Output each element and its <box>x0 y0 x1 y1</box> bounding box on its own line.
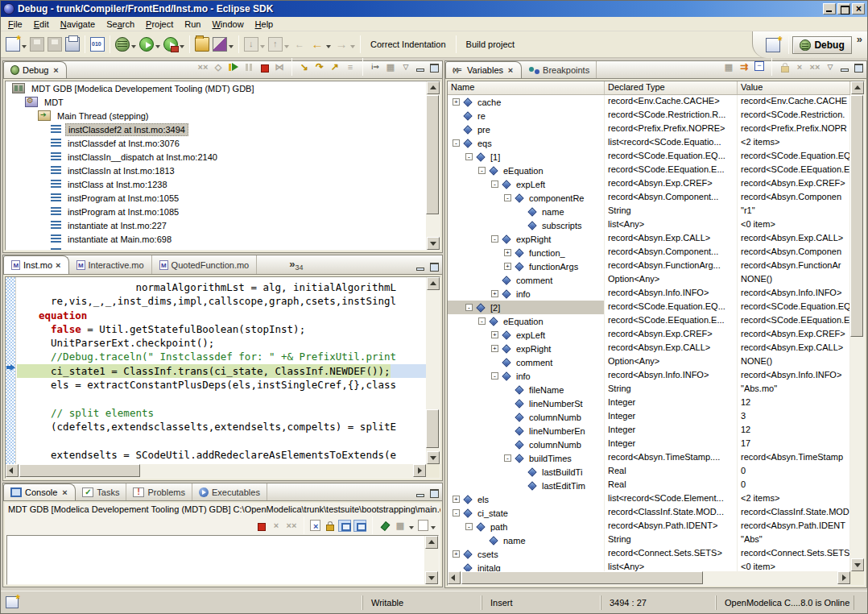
close-icon[interactable] <box>56 260 60 270</box>
back-dropdown-icon[interactable] <box>326 45 331 51</box>
restart-icon[interactable]: ◇ <box>212 61 225 73</box>
new-dropdown-icon[interactable] <box>22 45 27 51</box>
save-all-icon[interactable] <box>48 37 62 52</box>
tree-expander-icon[interactable]: + <box>453 550 460 558</box>
variables-vertical-scrollbar[interactable] <box>850 81 864 571</box>
column-header-name[interactable]: Name <box>448 81 605 94</box>
correct-indentation-button[interactable]: Correct Indentation <box>364 36 453 52</box>
editor-vertical-scrollbar[interactable] <box>426 277 440 464</box>
console-area-tab[interactable]: Executables <box>192 483 267 500</box>
close-icon[interactable] <box>52 65 60 75</box>
editor-gutter[interactable] <box>6 277 16 464</box>
open-perspective-icon[interactable] <box>766 38 780 52</box>
debug-tree-row[interactable]: instClassIn__dispatch at Inst.mo:2140 <box>6 150 426 164</box>
variable-row[interactable]: - [1] record<SCode.Equation.EQ... record… <box>448 150 850 164</box>
tab-debug[interactable]: Debug <box>3 61 67 78</box>
variable-row[interactable]: + functionArgs record<Absyn.FunctionArg.… <box>448 259 850 273</box>
use-step-filters-icon[interactable]: i⇒ <box>369 61 382 73</box>
build-project-button[interactable]: Build project <box>460 36 522 52</box>
variables-horizontal-scrollbar[interactable] <box>448 571 850 585</box>
open-console-dropdown-icon[interactable] <box>431 526 436 532</box>
close-icon[interactable] <box>60 487 68 497</box>
editor-overflow-chevron[interactable]: »34 <box>289 258 303 272</box>
menu-item[interactable]: Navigate <box>55 18 101 31</box>
remove-terminated-icon[interactable]: ×× <box>196 61 209 73</box>
variable-row[interactable]: fileName String "Abs.mo" <box>448 383 850 396</box>
variable-row[interactable]: columnNumb Integer 17 <box>448 438 850 451</box>
new-wizard-icon[interactable] <box>6 37 20 52</box>
debug-tree-row[interactable]: instClass at Inst.mo:1238 <box>6 177 426 191</box>
variable-row[interactable]: - path record<Absyn.Path.IDENT> record<A… <box>448 520 850 533</box>
fast-view-icon[interactable] <box>6 596 19 608</box>
suspend-icon[interactable] <box>242 61 255 73</box>
tree-expander-icon[interactable]: - <box>491 235 498 243</box>
show-stdout-icon[interactable] <box>338 520 351 532</box>
tree-expander-icon[interactable]: - <box>491 372 498 380</box>
variable-row[interactable]: - eqs list<record<SCode.Equatio... <2 it… <box>448 136 850 150</box>
external-tools-icon[interactable] <box>163 37 178 52</box>
drop-to-frame-icon[interactable]: ≡ <box>344 61 357 73</box>
show-type-names-icon[interactable]: ▦ <box>722 61 735 73</box>
variable-row[interactable]: name String "Abs" <box>448 533 850 547</box>
variable-row[interactable]: + csets record<Connect.Sets.SETS> record… <box>448 547 850 561</box>
variable-row[interactable]: + function_ record<Absyn.Component... re… <box>448 246 850 259</box>
debug-vertical-scrollbar[interactable] <box>426 81 440 250</box>
minimize-button[interactable] <box>823 3 836 15</box>
debug-tree-row[interactable]: Main Thread (stepping) <box>6 109 426 122</box>
last-edit-location-icon[interactable]: ← <box>292 37 307 52</box>
run-dropdown-icon[interactable] <box>155 45 160 51</box>
open-console-icon[interactable] <box>418 520 428 531</box>
console-area-tab[interactable]: Problems <box>126 483 192 500</box>
step-over-icon[interactable]: ↷ <box>313 61 326 73</box>
variable-row[interactable]: + expLeft record<Absyn.Exp.CREF> record<… <box>448 328 850 342</box>
maximize-view-icon[interactable] <box>428 62 440 73</box>
variable-row[interactable]: + info record<Absyn.Info.INFO> record<Ab… <box>448 287 850 301</box>
editor-tab[interactable]: Inst.mo <box>3 255 69 274</box>
variable-row[interactable]: lineNumberSt Integer 12 <box>448 396 850 410</box>
menu-item[interactable]: Edit <box>28 18 55 31</box>
menu-item[interactable]: Project <box>140 18 179 31</box>
editor-tab[interactable]: Interactive.mo <box>69 255 152 274</box>
vertical-sash[interactable] <box>443 60 444 589</box>
scroll-lock-icon[interactable] <box>323 520 336 532</box>
close-button[interactable] <box>852 3 865 15</box>
next-annotation-icon[interactable] <box>244 37 258 52</box>
remove-all-launches-icon[interactable]: ×× <box>285 520 298 532</box>
horizontal-sash-console[interactable] <box>2 481 443 483</box>
tree-expander-icon[interactable]: - <box>478 167 486 174</box>
tree-expander-icon[interactable]: + <box>453 496 460 503</box>
previous-annotation-icon[interactable] <box>268 37 283 52</box>
variable-row[interactable]: lastEditTim Real 0 <box>448 479 850 492</box>
collapse-all-icon[interactable] <box>753 61 766 73</box>
step-return-icon[interactable]: ↗ <box>329 61 341 73</box>
print-icon[interactable] <box>65 37 80 52</box>
previous-annotation-dropdown-icon[interactable] <box>284 45 289 51</box>
debug-tree-row[interactable]: instClassdef2 at Inst.mo:3494 <box>6 122 426 136</box>
variable-row[interactable]: pre record<Prefix.Prefix.NOPRE> record<P… <box>448 122 850 136</box>
remove-selected-icon[interactable]: × <box>793 61 806 73</box>
debug-perspective-button[interactable]: Debug <box>792 36 851 54</box>
tree-expander-icon[interactable]: - <box>453 509 460 517</box>
tree-expander-icon[interactable]: - <box>478 317 486 325</box>
disconnect-icon[interactable]: ⋈ <box>273 61 286 73</box>
variable-row[interactable]: comment Option<Any> NONE() <box>448 273 850 287</box>
column-header-declared-type[interactable]: Declared Type <box>605 81 738 94</box>
code-editor[interactable]: normalAlgorithmLst = alg, initialAlgorit… <box>17 277 426 464</box>
back-icon[interactable]: ← <box>310 37 324 52</box>
horizontal-sash-editor[interactable] <box>2 253 443 255</box>
step-into-icon[interactable]: ↘ <box>298 61 311 73</box>
variable-row[interactable]: lastBuildTi Real 0 <box>448 465 850 479</box>
debug-tree-row[interactable]: instantiate at Main.mo:698 <box>6 232 426 246</box>
menu-item[interactable]: File <box>2 18 28 31</box>
maximize-button[interactable] <box>837 3 850 15</box>
variable-row[interactable]: - eEquation record<SCode.EEquation.E... … <box>448 314 850 328</box>
variable-row[interactable]: + cache record<Env.Cache.CACHE> record<E… <box>448 95 850 109</box>
debug-extra-icon[interactable]: ▦ <box>384 61 397 73</box>
tree-expander-icon[interactable]: - <box>465 523 473 530</box>
variable-row[interactable]: + expRight record<Absyn.Exp.CALL> record… <box>448 342 850 355</box>
view-menu-icon[interactable]: ▽ <box>824 61 837 73</box>
menu-item[interactable]: Search <box>101 18 140 31</box>
next-annotation-dropdown-icon[interactable] <box>260 45 265 51</box>
variable-row[interactable]: - eEquation record<SCode.EEquation.E... … <box>448 164 850 177</box>
show-stderr-icon[interactable] <box>353 520 366 532</box>
